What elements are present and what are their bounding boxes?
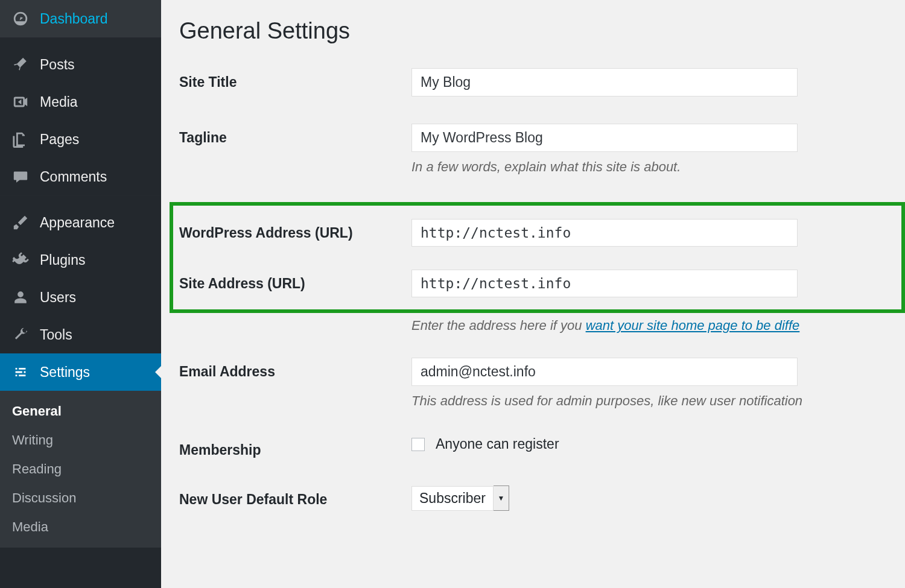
email-label: Email Address	[179, 358, 411, 380]
default-role-select[interactable]: Subscriber	[411, 486, 494, 511]
email-input[interactable]	[411, 358, 798, 386]
wp-address-label: WordPress Address (URL)	[179, 219, 411, 241]
default-role-label: New User Default Role	[179, 485, 411, 508]
admin-sidebar: Dashboard Posts Media Pages Comments App…	[0, 0, 161, 588]
site-title-label: Site Title	[179, 68, 411, 90]
tagline-input[interactable]	[411, 124, 798, 152]
settings-submenu: General Writing Reading Discussion Media	[0, 391, 161, 548]
pages-icon	[12, 131, 29, 148]
membership-checkbox[interactable]	[411, 438, 425, 451]
site-address-input[interactable]	[411, 270, 798, 297]
chevron-down-icon[interactable]: ▼	[494, 485, 509, 511]
submenu-item-reading[interactable]: Reading	[0, 455, 161, 484]
submenu-item-media[interactable]: Media	[0, 513, 161, 542]
sidebar-item-dashboard[interactable]: Dashboard	[0, 0, 161, 37]
media-icon	[12, 93, 29, 110]
sidebar-item-media[interactable]: Media	[0, 83, 161, 121]
site-address-description: Enter the address here if you want your …	[411, 318, 905, 334]
settings-form: Site Title Tagline In a few words, expla…	[179, 68, 905, 511]
sidebar-item-tools[interactable]: Tools	[0, 316, 161, 353]
sidebar-item-label: Dashboard	[40, 11, 108, 27]
submenu-item-discussion[interactable]: Discussion	[0, 484, 161, 513]
sidebar-item-label: Settings	[40, 364, 90, 381]
settings-icon	[12, 364, 29, 381]
sidebar-item-label: Posts	[40, 57, 75, 73]
plug-icon	[12, 251, 29, 268]
membership-label: Membership	[179, 436, 411, 458]
menu-separator	[0, 37, 161, 46]
dashboard-icon	[12, 10, 29, 27]
sidebar-item-plugins[interactable]: Plugins	[0, 241, 161, 279]
user-icon	[12, 289, 29, 306]
wrench-icon	[12, 326, 29, 343]
sidebar-item-posts[interactable]: Posts	[0, 46, 161, 83]
sidebar-item-comments[interactable]: Comments	[0, 158, 161, 195]
sidebar-item-label: Users	[40, 289, 76, 306]
email-description: This address is used for admin purposes,…	[411, 393, 905, 409]
sidebar-item-label: Tools	[40, 327, 72, 343]
sidebar-item-label: Media	[40, 94, 78, 110]
menu-separator	[0, 195, 161, 204]
main-content: General Settings Site Title Tagline In a…	[161, 0, 905, 588]
sidebar-item-label: Comments	[40, 169, 107, 185]
site-address-help-link[interactable]: want your site home page to be diffe	[586, 318, 800, 333]
site-title-input[interactable]	[411, 68, 798, 96]
sidebar-item-settings[interactable]: Settings	[0, 353, 161, 391]
submenu-item-writing[interactable]: Writing	[0, 426, 161, 455]
sidebar-item-users[interactable]: Users	[0, 279, 161, 316]
pin-icon	[12, 56, 29, 73]
membership-checkbox-label: Anyone can register	[436, 436, 559, 452]
url-highlight-box: WordPress Address (URL) Site Address (UR…	[170, 202, 905, 313]
sidebar-item-label: Pages	[40, 131, 79, 148]
brush-icon	[12, 214, 29, 231]
submenu-item-general[interactable]: General	[0, 397, 161, 426]
sidebar-item-label: Appearance	[40, 215, 115, 231]
tagline-label: Tagline	[179, 124, 411, 146]
sidebar-item-appearance[interactable]: Appearance	[0, 204, 161, 241]
site-address-label: Site Address (URL)	[179, 270, 411, 292]
page-title: General Settings	[179, 18, 905, 44]
sidebar-item-label: Plugins	[40, 252, 85, 268]
sidebar-item-pages[interactable]: Pages	[0, 121, 161, 158]
wp-address-input[interactable]	[411, 219, 798, 247]
comment-icon	[12, 168, 29, 185]
tagline-description: In a few words, explain what this site i…	[411, 159, 905, 175]
